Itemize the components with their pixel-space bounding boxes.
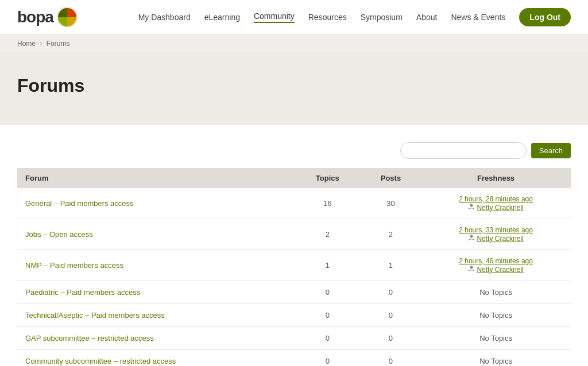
breadcrumb-bar: Home › Forums bbox=[0, 35, 588, 52]
logout-button[interactable]: Log Out bbox=[519, 8, 571, 26]
col-topics: Topics bbox=[295, 168, 361, 188]
search-row: Search bbox=[17, 142, 571, 159]
nav-dashboard[interactable]: My Dashboard bbox=[138, 13, 191, 22]
posts-count: 1 bbox=[361, 250, 421, 281]
topics-count: 1 bbox=[295, 250, 361, 281]
svg-point-2 bbox=[470, 235, 473, 238]
topics-count: 16 bbox=[295, 188, 361, 219]
user-link[interactable]: Netty Cracknell bbox=[477, 204, 523, 212]
no-topics-label: No Topics bbox=[479, 357, 512, 365]
freshness-user: Netty Cracknell bbox=[429, 265, 563, 274]
freshness-time[interactable]: 2 hours, 28 minutes ago bbox=[429, 195, 563, 203]
table-row: Jobs – Open access222 hours, 33 minutes … bbox=[17, 219, 571, 250]
breadcrumb-separator: › bbox=[40, 40, 42, 48]
search-input[interactable] bbox=[400, 142, 527, 159]
user-icon bbox=[468, 234, 475, 243]
table-row: GAP subcommittee – restricted access00No… bbox=[17, 327, 571, 350]
no-topics-label: No Topics bbox=[479, 288, 512, 297]
forum-link[interactable]: Community subcommittee – restricted acce… bbox=[25, 357, 176, 365]
col-freshness: Freshness bbox=[421, 168, 571, 188]
header: bopa My Dashboard eLearning Community Re… bbox=[0, 0, 588, 35]
forum-link[interactable]: Jobs – Open access bbox=[25, 230, 93, 239]
posts-count: 0 bbox=[361, 327, 421, 350]
posts-count: 30 bbox=[361, 188, 421, 219]
nav-symposium[interactable]: Symposium bbox=[361, 13, 403, 22]
freshness-cell: No Topics bbox=[421, 350, 571, 367]
table-row: Paediatric – Paid members access00No Top… bbox=[17, 281, 571, 304]
no-topics-label: No Topics bbox=[479, 311, 512, 320]
breadcrumb-current: Forums bbox=[47, 40, 70, 48]
user-icon bbox=[468, 265, 475, 274]
user-link[interactable]: Netty Cracknell bbox=[477, 266, 523, 274]
posts-count: 0 bbox=[361, 281, 421, 304]
freshness-time[interactable]: 2 hours, 33 minutes ago bbox=[429, 226, 563, 234]
user-link[interactable]: Netty Cracknell bbox=[477, 235, 523, 243]
table-row: Community subcommittee – restricted acce… bbox=[17, 350, 571, 367]
nav-resources[interactable]: Resources bbox=[308, 13, 347, 22]
table-row: General – Paid members access16302 hours… bbox=[17, 188, 571, 219]
freshness-cell: No Topics bbox=[421, 327, 571, 350]
main-nav: My Dashboard eLearning Community Resourc… bbox=[138, 8, 571, 26]
forum-link[interactable]: Paediatric – Paid members access bbox=[25, 288, 140, 297]
freshness-cell: No Topics bbox=[421, 304, 571, 327]
nav-about[interactable]: About bbox=[416, 13, 438, 22]
breadcrumb-home[interactable]: Home bbox=[17, 40, 36, 48]
nav-community[interactable]: Community bbox=[254, 11, 295, 23]
topics-count: 2 bbox=[295, 219, 361, 250]
svg-point-3 bbox=[470, 266, 473, 269]
no-topics-label: No Topics bbox=[479, 334, 512, 342]
forum-link[interactable]: General – Paid members access bbox=[25, 199, 134, 208]
search-button[interactable]: Search bbox=[531, 143, 571, 158]
posts-count: 2 bbox=[361, 219, 421, 250]
col-forum: Forum bbox=[17, 168, 295, 188]
table-row: Technical/Aseptic – Paid members access0… bbox=[17, 304, 571, 327]
freshness-time[interactable]: 2 hours, 46 minutes ago bbox=[429, 257, 563, 265]
main-content: Search Forum Topics Posts Freshness Gene… bbox=[0, 125, 588, 366]
freshness-user: Netty Cracknell bbox=[429, 234, 563, 243]
forum-link[interactable]: Technical/Aseptic – Paid members access bbox=[25, 311, 165, 320]
nav-elearning[interactable]: eLearning bbox=[204, 13, 240, 22]
table-body: General – Paid members access16302 hours… bbox=[17, 188, 571, 366]
posts-count: 0 bbox=[361, 304, 421, 327]
user-icon bbox=[468, 203, 475, 212]
freshness-cell: 2 hours, 46 minutes agoNetty Cracknell bbox=[421, 250, 571, 281]
topics-count: 0 bbox=[295, 304, 361, 327]
nav-news-events[interactable]: News & Events bbox=[451, 13, 505, 22]
hero-section: Forums bbox=[0, 52, 588, 125]
forum-link[interactable]: NMP – Paid members access bbox=[25, 261, 123, 270]
logo-text: bopa bbox=[17, 8, 53, 26]
posts-count: 0 bbox=[361, 350, 421, 367]
table-row: NMP – Paid members access112 hours, 46 m… bbox=[17, 250, 571, 281]
freshness-cell: 2 hours, 33 minutes agoNetty Cracknell bbox=[421, 219, 571, 250]
svg-point-1 bbox=[470, 204, 473, 207]
freshness-cell: 2 hours, 28 minutes agoNetty Cracknell bbox=[421, 188, 571, 219]
logo-icon bbox=[57, 7, 78, 28]
forum-link[interactable]: GAP subcommittee – restricted access bbox=[25, 334, 154, 342]
col-posts: Posts bbox=[361, 168, 421, 188]
forum-table: Forum Topics Posts Freshness General – P… bbox=[17, 168, 571, 366]
table-header: Forum Topics Posts Freshness bbox=[17, 168, 571, 188]
page-title: Forums bbox=[17, 75, 571, 96]
logo: bopa bbox=[17, 7, 78, 28]
freshness-user: Netty Cracknell bbox=[429, 203, 563, 212]
topics-count: 0 bbox=[295, 281, 361, 304]
topics-count: 0 bbox=[295, 327, 361, 350]
freshness-cell: No Topics bbox=[421, 281, 571, 304]
topics-count: 0 bbox=[295, 350, 361, 367]
